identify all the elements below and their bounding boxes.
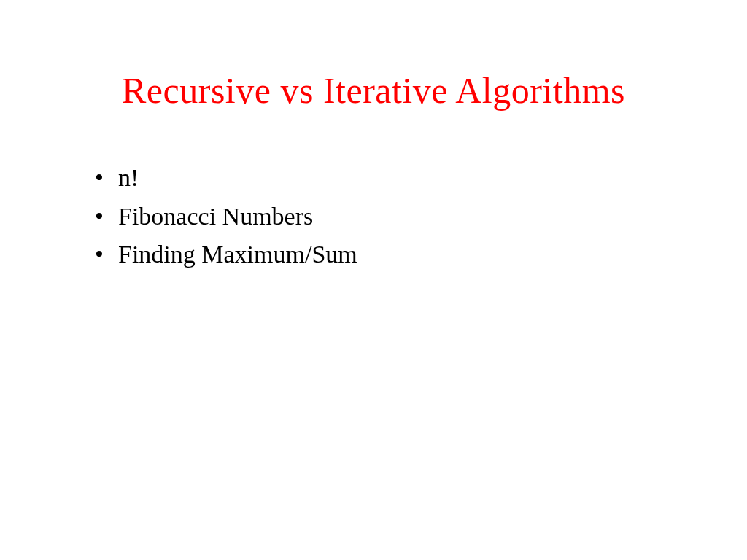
slide: Recursive vs Iterative Algorithms n! Fib… (0, 0, 747, 560)
list-item: Fibonacci Numbers (95, 198, 681, 236)
bullet-list: n! Fibonacci Numbers Finding Maximum/Sum (66, 159, 681, 274)
list-item: Finding Maximum/Sum (95, 236, 681, 274)
slide-title: Recursive vs Iterative Algorithms (66, 69, 681, 112)
list-item: n! (95, 159, 681, 198)
